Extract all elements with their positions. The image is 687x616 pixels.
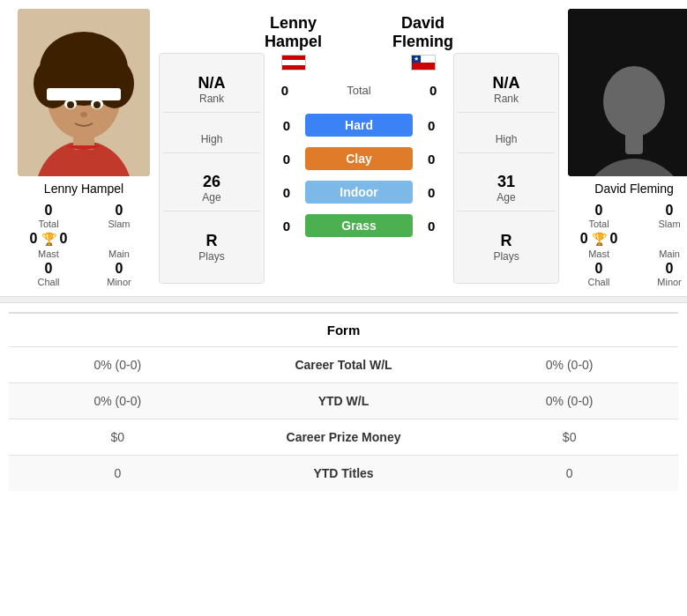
right-chall-value: 0 — [568, 261, 630, 277]
left-player-header-name-last: Hampel — [265, 33, 322, 51]
left-mast-value: 0 — [30, 231, 38, 247]
left-rank-label: Rank — [163, 93, 260, 105]
form-left-ytd-titles: 0 — [9, 456, 227, 492]
left-minor-label: Minor — [88, 277, 150, 287]
right-age-value: 31 — [458, 173, 555, 191]
right-slam-cell: 0 Slam — [638, 203, 687, 229]
left-rank-value: N/A — [163, 74, 260, 93]
player-right: David Fleming 0 Total 0 Slam 0 🏆 0 Mast … — [559, 9, 687, 287]
left-total-label: Total — [18, 219, 79, 229]
trophy-icon-left: 🏆 — [41, 232, 56, 246]
trophy-icon-right: 🏆 — [592, 232, 607, 246]
form-right-prize-money: $0 — [460, 419, 678, 456]
right-middle-stats: N/A Rank High 31 Age R Plays — [453, 53, 559, 284]
grass-score-right: 0 — [418, 219, 444, 234]
flag-chile: ★ — [411, 55, 436, 71]
right-rank-value: N/A — [458, 74, 555, 93]
right-age-stat: 31 Age — [458, 166, 555, 212]
form-header: Form — [9, 314, 678, 346]
form-row-prize-money: $0 Career Prize Money $0 — [9, 419, 678, 456]
left-main-value: 0 — [60, 231, 68, 247]
right-mast-value: 0 — [580, 231, 588, 247]
grass-badge: Grass — [305, 214, 413, 237]
left-chall-cell: 0 Chall — [18, 261, 79, 287]
right-minor-cell: 0 Minor — [638, 261, 687, 287]
form-right-career-total: 0% (0-0) — [460, 347, 678, 383]
right-slam-label: Slam — [638, 219, 687, 229]
left-chall-label: Chall — [18, 277, 79, 287]
svg-point-11 — [93, 101, 101, 108]
left-slam-cell: 0 Slam — [88, 203, 150, 229]
right-mast-label-cell: Mast — [568, 249, 630, 259]
left-flag-container — [265, 55, 322, 74]
right-high-label: High — [458, 133, 555, 145]
left-plays-stat: R Plays — [163, 225, 260, 270]
player-right-name: David Fleming — [594, 182, 673, 196]
right-mast-cell: 0 🏆 0 — [568, 231, 630, 247]
hard-score-left: 0 — [273, 118, 300, 133]
player-right-photo — [568, 9, 687, 176]
player-left-photo — [18, 9, 150, 176]
surface-row-indoor: 0 Indoor 0 — [265, 175, 453, 209]
right-plays-stat: R Plays — [458, 225, 555, 270]
left-rank-stat: N/A Rank — [163, 67, 260, 113]
right-plays-label: Plays — [458, 250, 555, 263]
hard-badge: Hard — [305, 114, 413, 137]
form-table: 0% (0-0) Career Total W/L 0% (0-0) 0% (0… — [9, 346, 678, 491]
left-slam-value: 0 — [88, 203, 150, 219]
left-chall-value: 0 — [18, 261, 79, 277]
right-chall-cell: 0 Chall — [568, 261, 630, 287]
player-left: Lenny Hampel 0 Total 0 Slam 0 🏆 0 Mast M… — [9, 9, 159, 287]
player-right-stats: 0 Total 0 Slam 0 🏆 0 Mast Main 0 Chall — [559, 203, 687, 287]
total-score-right: 0 — [420, 83, 446, 98]
left-plays-label: Plays — [163, 250, 260, 263]
right-total-cell: 0 Total — [568, 203, 630, 229]
form-label-prize-money: Career Prize Money — [227, 419, 461, 456]
indoor-score-right: 0 — [418, 185, 444, 200]
right-main-label: Main — [638, 249, 687, 259]
right-name-header: David Fleming ★ — [392, 14, 453, 74]
form-right-ytd-wl: 0% (0-0) — [460, 383, 678, 419]
left-total-value: 0 — [18, 203, 79, 219]
left-slam-label: Slam — [88, 219, 150, 229]
surface-row-grass: 0 Grass 0 — [265, 209, 453, 242]
right-age-label: Age — [458, 191, 555, 204]
left-minor-value: 0 — [88, 261, 150, 277]
hard-score-right: 0 — [418, 118, 444, 133]
clay-badge: Clay — [305, 147, 413, 170]
form-left-career-total: 0% (0-0) — [9, 347, 227, 383]
form-label-ytd-wl: YTD W/L — [227, 383, 461, 419]
svg-rect-7 — [47, 88, 121, 100]
right-main-label-cell: Main — [638, 249, 687, 259]
form-row-ytd-titles: 0 YTD Titles 0 — [9, 456, 678, 492]
flag-austria — [281, 55, 306, 71]
form-left-prize-money: $0 — [9, 419, 227, 456]
right-total-value: 0 — [568, 203, 630, 219]
right-plays-value: R — [458, 232, 555, 250]
right-minor-value: 0 — [638, 261, 687, 277]
section-divider — [0, 296, 687, 303]
form-right-ytd-titles: 0 — [460, 456, 678, 492]
right-player-header-name-first: David — [392, 14, 453, 33]
grass-score-left: 0 — [273, 219, 300, 234]
form-label-ytd-titles: YTD Titles — [227, 456, 461, 492]
surface-row-clay: 0 Clay 0 — [265, 142, 453, 175]
form-row-ytd-wl: 0% (0-0) YTD W/L 0% (0-0) — [9, 383, 678, 419]
right-main-value: 0 — [610, 231, 618, 247]
total-row: 0 Total 0 — [265, 81, 453, 100]
left-player-header-name-first: Lenny — [265, 14, 322, 33]
indoor-badge: Indoor — [305, 181, 413, 204]
left-mast-cell: 0 🏆 0 — [18, 231, 79, 247]
center-section: Lenny Hampel David Fleming ★ — [265, 9, 453, 287]
left-total-cell: 0 Total — [18, 203, 79, 229]
indoor-score-left: 0 — [273, 185, 300, 200]
right-player-header-name-last: Fleming — [392, 33, 453, 51]
left-middle-stats: N/A Rank High 26 Age R Plays — [159, 53, 265, 284]
left-main-label-cell: Main — [88, 249, 150, 259]
top-section: Lenny Hampel 0 Total 0 Slam 0 🏆 0 Mast M… — [0, 0, 687, 296]
left-high-label: High — [163, 133, 260, 145]
surface-row-hard: 0 Hard 0 — [265, 108, 453, 142]
left-age-stat: 26 Age — [163, 166, 260, 212]
right-total-label: Total — [568, 219, 630, 229]
svg-point-10 — [67, 101, 74, 108]
